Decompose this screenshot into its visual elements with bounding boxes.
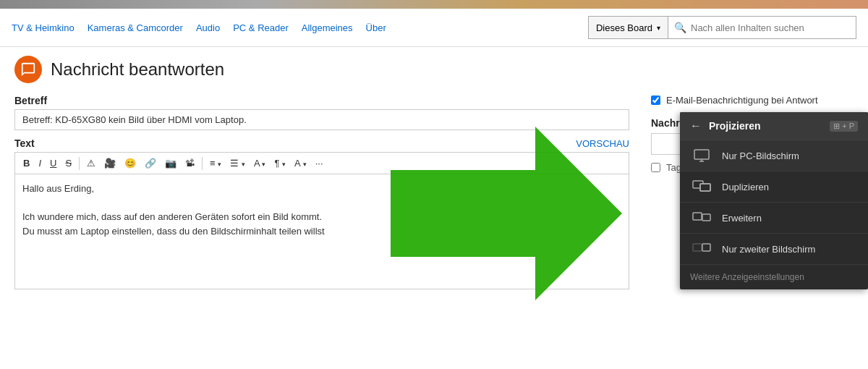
svg-rect-5 — [700, 184, 710, 191]
editor-toolbar: B I U S ⚠ 🎥 😊 🔗 📷 📽 ≡ ▾ ☰ ▾ A ▾ ¶ ▾ A ▾ … — [14, 152, 629, 174]
search-container: Dieses Board ▾ 🔍 — [588, 16, 856, 39]
nav-link-audio[interactable]: Audio — [196, 22, 220, 33]
nav-link-ueber[interactable]: Über — [366, 22, 386, 33]
text-label: Text — [14, 137, 35, 149]
page-title: Nachricht beantworten — [51, 59, 224, 80]
form-left: Betreff Text VORSCHAU B I U S ⚠ 🎥 😊 🔗 📷 … — [14, 95, 629, 292]
toolbar-bold[interactable]: B — [20, 156, 33, 171]
reply-icon — [14, 56, 42, 83]
svg-rect-10 — [702, 244, 710, 251]
chevron-down-icon: ▾ — [657, 24, 660, 32]
proj-header: ← Projizieren ⊞ + P — [680, 112, 868, 140]
second-screen-icon — [690, 242, 713, 255]
toolbar-paragraph[interactable]: ¶ ▾ — [271, 156, 289, 171]
page-title-row: Nachricht beantworten — [14, 56, 854, 83]
proj-duplicate-label: Duplizieren — [722, 182, 769, 192]
email-notify-checkbox[interactable] — [651, 96, 660, 105]
search-dropdown[interactable]: Dieses Board ▾ — [588, 16, 668, 39]
tags-not-allowed-checkbox[interactable] — [651, 163, 660, 172]
search-input[interactable] — [691, 22, 850, 33]
toolbar-sep-2 — [202, 157, 203, 170]
nav-link-allgemeines[interactable]: Allgemeines — [302, 22, 353, 33]
extend-icon — [690, 211, 713, 224]
toolbar-font-color[interactable]: A ▾ — [291, 156, 310, 171]
proj-shortcut: ⊞ + P — [830, 121, 858, 132]
svg-rect-7 — [693, 213, 702, 220]
main-content: Nachricht beantworten Betreff Text VORSC… — [0, 47, 868, 300]
email-notify-label: E-Mail-Benachrichtigung bei Antwort — [666, 95, 818, 106]
nav-link-tv[interactable]: TV & Heimkino — [12, 22, 75, 33]
nav-link-pc[interactable]: PC & Reader — [233, 22, 289, 33]
proj-pc-only-label: Nur PC-Bildschirm — [722, 150, 799, 161]
proj-extend-label: Erweitern — [722, 213, 762, 224]
nav-link-kameras[interactable]: Kameras & Camcorder — [88, 22, 183, 33]
proj-title: Projizieren — [709, 120, 822, 132]
editor-textarea[interactable]: Hallo aus Erding, Ich wundere mich, dass… — [14, 174, 629, 289]
toolbar-underline[interactable]: U — [46, 156, 60, 171]
proj-footer[interactable]: Weitere Anzeigeeinstellungen — [680, 265, 868, 289]
text-label-row: Text VORSCHAU — [14, 137, 629, 149]
toolbar-format[interactable]: ≡ ▾ — [206, 156, 225, 171]
proj-item-pc-only[interactable]: Nur PC-Bildschirm — [680, 140, 868, 171]
svg-rect-1 — [694, 150, 709, 159]
proj-second-only-label: Nur zweiter Bildschirm — [722, 244, 815, 255]
svg-rect-9 — [693, 244, 702, 251]
search-scope-label: Dieses Board — [596, 22, 652, 33]
toolbar-image[interactable]: 📷 — [161, 156, 180, 171]
toolbar-list[interactable]: ☰ ▾ — [226, 156, 249, 171]
svg-rect-8 — [702, 214, 710, 221]
toolbar-emoji[interactable]: 😊 — [121, 156, 140, 171]
proj-item-duplicate[interactable]: Duplizieren — [680, 171, 868, 203]
projizieren-panel: ← Projizieren ⊞ + P Nur PC-Bildschirm — [680, 112, 868, 289]
proj-item-second-only[interactable]: Nur zweiter Bildschirm — [680, 234, 868, 265]
toolbar-more[interactable]: ··· — [312, 156, 327, 171]
toolbar-sep-1 — [79, 157, 80, 170]
search-icon: 🔍 — [674, 22, 686, 33]
toolbar-text-format[interactable]: A ▾ — [250, 156, 270, 171]
toolbar-video[interactable]: 🎥 — [101, 156, 119, 171]
proj-item-extend[interactable]: Erweitern — [680, 203, 868, 234]
preview-link[interactable]: VORSCHAU — [576, 138, 629, 149]
search-input-wrap: 🔍 — [668, 16, 856, 39]
subject-input[interactable] — [14, 109, 629, 130]
nav-links: TV & Heimkino Kameras & Camcorder Audio … — [12, 22, 386, 33]
subject-label: Betreff — [14, 95, 629, 106]
proj-back-button[interactable]: ← — [690, 119, 702, 132]
top-image-strip — [0, 0, 868, 9]
toolbar-italic[interactable]: I — [35, 156, 45, 171]
monitor-icon — [690, 149, 713, 162]
toolbar-media[interactable]: 📽 — [182, 156, 198, 171]
top-nav: TV & Heimkino Kameras & Camcorder Audio … — [0, 9, 868, 47]
toolbar-warn[interactable]: ⚠ — [83, 156, 99, 171]
email-notify-row: E-Mail-Benachrichtigung bei Antwort — [651, 95, 854, 106]
toolbar-strikethrough[interactable]: S — [61, 156, 75, 171]
toolbar-link[interactable]: 🔗 — [141, 156, 160, 171]
duplicate-icon — [690, 180, 713, 193]
